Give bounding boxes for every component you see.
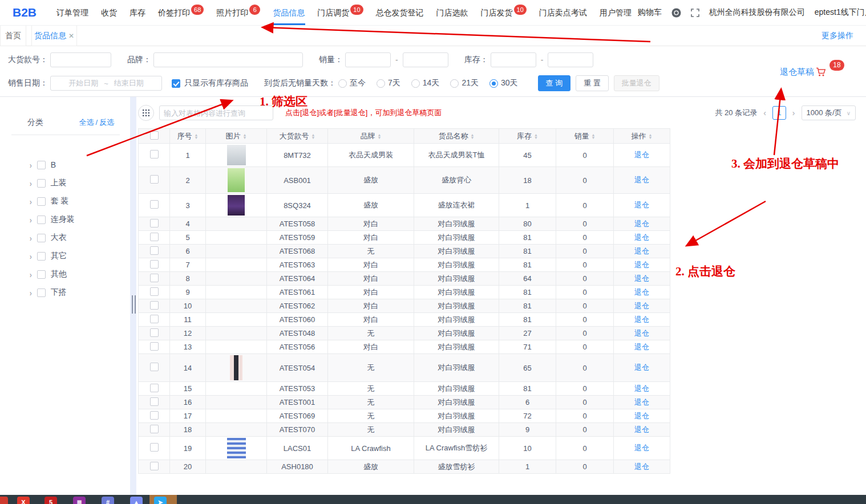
- row-select-cell[interactable]: [139, 327, 170, 340]
- nav-item[interactable]: 货品信息: [266, 0, 311, 25]
- prev-page-button[interactable]: ‹: [762, 108, 767, 117]
- product-thumbnail[interactable]: [227, 438, 246, 458]
- expand-chevron-icon[interactable]: ›: [30, 197, 32, 206]
- row-select-cell[interactable]: [139, 286, 170, 299]
- row-select-cell[interactable]: [139, 217, 170, 231]
- sort-icon[interactable]: ▲▼: [195, 133, 199, 139]
- nav-item[interactable]: 门店选款: [430, 0, 475, 25]
- category-checkbox[interactable]: [37, 288, 46, 297]
- only-stock-checkbox[interactable]: [172, 79, 180, 88]
- return-warehouse-link[interactable]: 退仓: [634, 247, 649, 255]
- row-select-cell[interactable]: [139, 396, 170, 409]
- column-settings-button[interactable]: [138, 105, 154, 121]
- row-checkbox[interactable]: [150, 150, 159, 158]
- radio-option[interactable]: 21天: [450, 78, 479, 88]
- nav-item[interactable]: 门店调货10: [311, 0, 369, 25]
- column-header[interactable]: 货品名称▲▼: [414, 129, 499, 144]
- column-header[interactable]: 大货款号▲▼: [267, 129, 328, 144]
- row-checkbox[interactable]: [150, 384, 159, 392]
- return-warehouse-link[interactable]: 退仓: [634, 274, 649, 283]
- tab-close-icon[interactable]: ✕: [68, 32, 74, 40]
- return-warehouse-link[interactable]: 退仓: [634, 302, 649, 310]
- stock-max-input[interactable]: [548, 52, 593, 67]
- expand-chevron-icon[interactable]: ›: [30, 270, 32, 279]
- row-checkbox[interactable]: [150, 315, 159, 323]
- sort-icon[interactable]: ▲▼: [243, 133, 247, 139]
- select-all-checkbox-cell[interactable]: [139, 129, 170, 144]
- return-warehouse-link[interactable]: 退仓: [634, 220, 649, 228]
- nav-item[interactable]: 订单管理: [50, 0, 95, 25]
- resize-handle-icon[interactable]: [132, 295, 136, 314]
- row-select-cell[interactable]: [139, 167, 170, 194]
- category-checkbox[interactable]: [37, 161, 46, 169]
- return-warehouse-link[interactable]: 退仓: [634, 176, 649, 184]
- support-icon[interactable]: [671, 8, 681, 18]
- row-checkbox[interactable]: [150, 425, 159, 433]
- sort-icon[interactable]: ▲▼: [534, 133, 538, 139]
- expand-chevron-icon[interactable]: ›: [30, 178, 32, 188]
- row-checkbox[interactable]: [150, 274, 159, 282]
- row-select-cell[interactable]: [139, 460, 170, 474]
- stock-min-input[interactable]: [491, 52, 536, 67]
- column-header[interactable]: 库存▲▼: [499, 129, 556, 144]
- column-header[interactable]: 序号▲▼: [170, 129, 206, 144]
- sidebar-resize-strip[interactable]: [130, 97, 136, 495]
- row-select-cell[interactable]: [139, 340, 170, 354]
- category-checkbox[interactable]: [37, 252, 46, 261]
- nav-item[interactable]: 门店发货10: [475, 0, 533, 25]
- nav-item[interactable]: 照片打印6: [210, 0, 266, 25]
- row-select-cell[interactable]: [139, 299, 170, 313]
- category-checkbox[interactable]: [37, 216, 46, 224]
- category-checkbox[interactable]: [37, 179, 46, 188]
- row-select-cell[interactable]: [139, 258, 170, 272]
- return-warehouse-link[interactable]: 退仓: [634, 233, 649, 242]
- table-search-input[interactable]: [159, 105, 273, 120]
- nav-item[interactable]: 价签打印68: [152, 0, 210, 25]
- radio-icon[interactable]: [338, 79, 347, 88]
- column-header[interactable]: 图片▲▼: [206, 129, 267, 144]
- product-thumbnail[interactable]: [228, 168, 245, 192]
- return-warehouse-link[interactable]: 退仓: [634, 288, 649, 296]
- row-checkbox[interactable]: [150, 443, 159, 452]
- taskbar-icon-winrar[interactable]: ≣: [73, 497, 86, 504]
- select-all-link[interactable]: 全选: [79, 118, 94, 127]
- batch-return-button[interactable]: 批量退仓: [614, 75, 659, 91]
- item-no-input[interactable]: [50, 52, 111, 67]
- row-select-cell[interactable]: [139, 272, 170, 286]
- return-warehouse-link[interactable]: 退仓: [634, 444, 649, 452]
- row-checkbox[interactable]: [150, 301, 159, 310]
- nav-item[interactable]: 门店卖点考试: [533, 0, 593, 25]
- row-checkbox[interactable]: [150, 363, 159, 371]
- search-button[interactable]: 查 询: [538, 75, 571, 91]
- product-thumbnail[interactable]: [228, 195, 245, 216]
- row-select-cell[interactable]: [139, 313, 170, 327]
- next-page-button[interactable]: ›: [791, 108, 796, 117]
- sort-icon[interactable]: ▲▼: [378, 133, 382, 139]
- column-header[interactable]: 销量▲▼: [556, 129, 614, 144]
- store-name[interactable]: eptest1线下门店: [815, 7, 866, 18]
- tab-goods-info[interactable]: 货品信息✕: [31, 25, 77, 46]
- radio-option[interactable]: 7天: [377, 78, 400, 88]
- category-checkbox[interactable]: [37, 197, 46, 206]
- radio-option[interactable]: 30天: [489, 78, 518, 88]
- page-size-select[interactable]: 1000 条/页 ∨: [802, 105, 856, 120]
- category-tree-item[interactable]: ›下搭: [30, 283, 130, 302]
- row-select-cell[interactable]: [139, 144, 170, 167]
- radio-icon[interactable]: [377, 79, 385, 88]
- return-warehouse-link[interactable]: 退仓: [634, 343, 649, 351]
- row-checkbox[interactable]: [150, 328, 159, 337]
- expand-chevron-icon[interactable]: ›: [30, 215, 32, 225]
- expand-chevron-icon[interactable]: ›: [30, 233, 32, 243]
- row-checkbox[interactable]: [150, 233, 159, 241]
- row-select-cell[interactable]: [139, 382, 170, 396]
- row-select-cell[interactable]: [139, 437, 170, 460]
- current-page[interactable]: 1: [772, 106, 786, 120]
- nav-item[interactable]: 用户管理: [593, 0, 638, 25]
- tab-home[interactable]: 首页: [0, 25, 26, 46]
- taskbar-icon-five[interactable]: 5: [44, 497, 57, 504]
- category-tree-item[interactable]: ›套 装: [30, 192, 130, 210]
- sales-max-input[interactable]: [403, 52, 448, 67]
- row-select-cell[interactable]: [139, 245, 170, 258]
- radio-option[interactable]: 至今: [338, 78, 366, 88]
- return-warehouse-link[interactable]: 退仓: [634, 384, 649, 393]
